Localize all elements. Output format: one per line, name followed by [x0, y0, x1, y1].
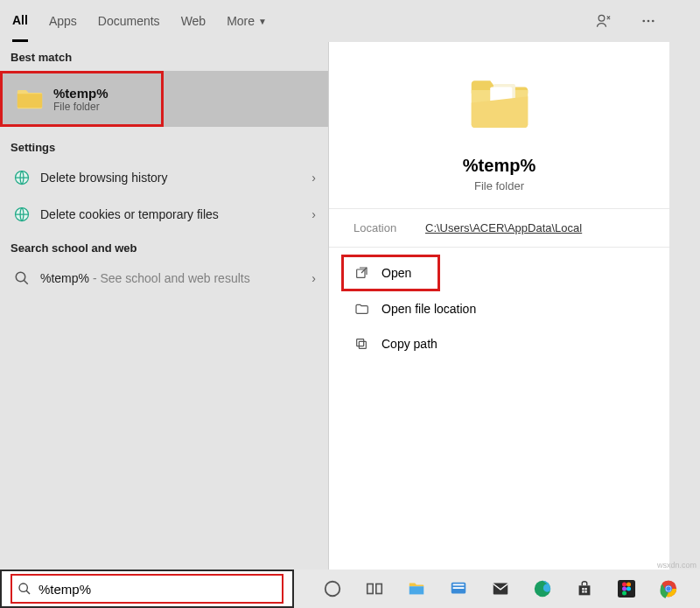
figma-icon[interactable] [616, 578, 637, 599]
globe-icon [12, 205, 32, 224]
task-view-icon[interactable] [364, 578, 385, 599]
action-copy-path[interactable]: Copy path [341, 326, 657, 361]
preview-header: %temp% File folder [462, 42, 537, 208]
svg-rect-17 [376, 584, 382, 594]
taskbar [294, 570, 700, 608]
location-link[interactable]: C:\Users\ACER\AppData\Local [425, 221, 582, 234]
chrome-icon[interactable] [658, 578, 679, 599]
svg-point-15 [326, 582, 340, 597]
preview-pane: %temp% File folder Location C:\Users\ACE… [328, 42, 669, 570]
taskbar-area [0, 570, 700, 608]
results-column: Best match %temp% File folder Settings [0, 42, 328, 570]
tab-web[interactable]: Web [181, 0, 206, 42]
chevron-right-icon: › [312, 171, 316, 185]
section-school-web: Search school and web [0, 233, 328, 260]
tab-documents[interactable]: Documents [98, 0, 160, 42]
svg-rect-27 [584, 591, 586, 592]
action-label: Copy path [382, 337, 438, 351]
watermark: wsxdn.com [657, 561, 696, 570]
svg-point-2 [648, 20, 650, 23]
preview-title: %temp% [463, 156, 536, 176]
tab-all[interactable]: All [12, 0, 28, 42]
tab-apps[interactable]: Apps [49, 0, 77, 42]
svg-point-13 [19, 584, 27, 591]
svg-line-14 [26, 591, 30, 594]
preview-subtitle: File folder [474, 179, 524, 192]
svg-rect-12 [357, 339, 364, 346]
best-match-title: %temp% [53, 86, 108, 101]
filter-tabs: All Apps Documents Web More▼ [0, 0, 672, 42]
search-icon [18, 582, 32, 596]
svg-line-7 [24, 280, 28, 284]
svg-rect-11 [359, 341, 366, 348]
file-explorer-icon[interactable] [406, 578, 427, 599]
section-best-match: Best match [0, 42, 328, 69]
action-open[interactable]: Open [341, 255, 440, 291]
location-label: Location [354, 221, 425, 234]
setting-label: Delete browsing history [40, 171, 312, 185]
svg-rect-16 [368, 584, 373, 594]
action-label: Open file location [382, 302, 476, 316]
search-icon [12, 269, 32, 288]
action-open-location[interactable]: Open file location [341, 291, 657, 326]
preview-actions: Open Open file location Copy path [329, 248, 669, 368]
svg-rect-21 [453, 587, 465, 589]
best-match-result[interactable]: %temp% File folder [0, 71, 164, 127]
svg-rect-26 [582, 591, 584, 592]
cortana-icon[interactable] [322, 578, 343, 599]
folder-icon [15, 84, 45, 114]
folder-location-icon [352, 299, 371, 318]
more-options-icon[interactable] [637, 10, 660, 32]
edge-icon[interactable] [532, 578, 553, 599]
chevron-down-icon: ▼ [258, 17, 267, 26]
store-icon[interactable] [574, 578, 595, 599]
svg-point-32 [622, 587, 626, 591]
svg-point-29 [622, 583, 626, 587]
svg-rect-25 [584, 588, 586, 590]
globe-icon [12, 168, 32, 187]
svg-rect-22 [494, 584, 508, 595]
chevron-right-icon: › [312, 207, 316, 221]
feedback-icon[interactable] [592, 9, 616, 33]
preview-location: Location C:\Users\ACER\AppData\Local [329, 208, 669, 248]
svg-point-1 [642, 20, 645, 23]
setting-delete-cookies[interactable]: Delete cookies or temporary files › [0, 196, 328, 233]
svg-point-33 [622, 591, 626, 596]
tab-more[interactable]: More▼ [227, 0, 267, 42]
svg-point-37 [666, 586, 671, 591]
svg-point-31 [626, 587, 631, 591]
main-content: Best match %temp% File folder Settings [0, 42, 672, 570]
mail-icon[interactable] [490, 578, 511, 599]
svg-rect-18 [410, 586, 424, 594]
section-settings: Settings [0, 132, 328, 159]
copy-icon [352, 334, 371, 353]
chevron-right-icon: › [312, 271, 316, 285]
svg-point-6 [16, 272, 25, 282]
folder-icon-large [462, 68, 537, 143]
web-search-item[interactable]: %temp% - See school and web results › [0, 260, 328, 297]
setting-delete-history[interactable]: Delete browsing history › [0, 159, 328, 196]
svg-point-30 [626, 583, 631, 587]
search-input[interactable] [38, 582, 276, 597]
svg-point-0 [598, 15, 605, 21]
best-match-subtitle: File folder [53, 101, 108, 113]
app-icon[interactable] [448, 578, 469, 599]
search-panel: All Apps Documents Web More▼ Best match … [0, 0, 672, 570]
open-icon [352, 263, 371, 283]
svg-rect-20 [453, 584, 465, 586]
action-label: Open [382, 266, 411, 280]
web-search-label: %temp% - See school and web results [40, 271, 312, 285]
svg-point-3 [652, 20, 654, 23]
search-box[interactable] [0, 570, 294, 608]
setting-label: Delete cookies or temporary files [40, 207, 312, 221]
svg-rect-24 [582, 588, 584, 590]
